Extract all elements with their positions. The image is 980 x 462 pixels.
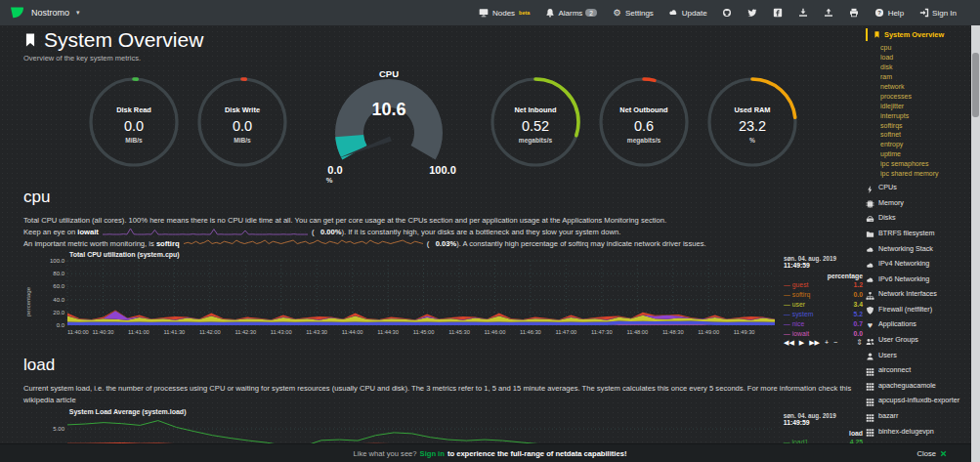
grid-icon (866, 397, 874, 407)
chart-resize-icon[interactable]: ⇕ (856, 338, 863, 347)
softirq-sparkline[interactable] (184, 239, 423, 248)
sidebar-item-firewall-netfilter-[interactable]: Firewall (netfilter) (866, 306, 969, 316)
cloud-icon (866, 245, 874, 256)
close-button[interactable]: Close (917, 449, 947, 458)
sidebar-sub-softnet[interactable]: softnet (880, 130, 969, 140)
disk-read-gauge[interactable]: Disk Read0.0MiB/s (87, 75, 181, 169)
signin-icon (918, 8, 929, 19)
page-scrollbar[interactable]: ▾ (971, 25, 980, 462)
legend-row-system[interactable]: —system5.2 (784, 310, 863, 319)
nav-settings[interactable]: ⚙Settings (612, 8, 654, 19)
nav-print-icon[interactable] (849, 8, 860, 19)
svg-text:11:46:30: 11:46:30 (520, 329, 541, 335)
svg-text:11:48:00: 11:48:00 (626, 329, 648, 335)
svg-text:100.0: 100.0 (50, 258, 65, 264)
sidebar-item-network-interfaces[interactable]: Network Interfaces (866, 290, 969, 301)
sidebar-item-memory[interactable]: Memory (866, 199, 969, 210)
chevron-down-icon[interactable]: ▾ (76, 9, 80, 17)
svg-text:0.0: 0.0 (233, 118, 252, 134)
netdata-logo[interactable] (10, 6, 24, 20)
sidebar-sub-disk[interactable]: disk (880, 63, 969, 72)
svg-text:20.0: 20.0 (53, 310, 64, 315)
iowait-sparkline[interactable] (103, 228, 308, 236)
sidebar-sub-processes[interactable]: processes (880, 92, 969, 102)
sidebar-item-applications[interactable]: ♥Applications (866, 320, 969, 331)
sidebar-item-apacheguacamole[interactable]: apacheguacamole (866, 382, 969, 393)
sidebar-item-user-groups[interactable]: User Groups (866, 336, 969, 347)
svg-text:11:40:00: 11:40:00 (67, 329, 89, 335)
bell-icon (544, 8, 555, 19)
chart-zoom-in-button[interactable]: + (825, 339, 829, 347)
sidebar-sub-cpu[interactable]: cpu (880, 43, 969, 53)
sidebar-sub-load[interactable]: load (880, 53, 969, 63)
chart-zoom-out-button[interactable]: − (833, 339, 837, 347)
legend-row-iowait[interactable]: —iowait0.0 (784, 329, 863, 339)
memory-icon (866, 199, 874, 210)
sidebar-item-btrfs-filesystem[interactable]: BTRFS filesystem (866, 230, 969, 240)
sidebar-item-ipv6-networking[interactable]: IPv6 Networking (866, 275, 969, 286)
nav-sign-in[interactable]: Sign In (918, 8, 957, 19)
disk-icon (866, 214, 874, 225)
sidebar-item-binhex-delugevpn[interactable]: binhex-delugevpn (866, 428, 969, 439)
sidebar-item-bazarr[interactable]: bazarr (866, 412, 969, 423)
sidebar-sub-softirqs[interactable]: softirqs (880, 121, 969, 131)
nav-nodes[interactable]: Nodesbeta (479, 8, 530, 19)
cpu-gauge[interactable]: CPU10.60.0100.0% (304, 66, 474, 184)
shield-icon (866, 306, 874, 316)
svg-text:0.0: 0.0 (124, 118, 144, 134)
nav-twitter-icon[interactable] (747, 8, 758, 19)
sidebar-sub-network[interactable]: network (880, 82, 969, 92)
sidebar-item-disks[interactable]: Disks (866, 214, 969, 225)
nav-download-icon[interactable] (798, 8, 809, 19)
chart-play-button[interactable]: ▶ (799, 339, 804, 347)
sidebar-sub-entropy[interactable]: entropy (880, 140, 969, 149)
sidebar-item-networking-stack[interactable]: Networking Stack (866, 245, 969, 256)
scrollbar-thumb[interactable] (972, 53, 979, 117)
disk-write-gauge[interactable]: Disk Write0.0MiB/s (195, 75, 289, 169)
sidebar-item-ipv4-networking[interactable]: IPv4 Networking (866, 260, 969, 271)
svg-text:10.6: 10.6 (371, 100, 405, 119)
legend-row-softirq[interactable]: —softirq0.0 (784, 290, 863, 300)
nav-update[interactable]: Update (668, 8, 707, 19)
sidebar-sub-ipc-semaphores[interactable]: ipc semaphores (880, 159, 969, 169)
cpu-chart-ylabel: percentage (23, 255, 34, 348)
legend-row-user[interactable]: —user3.4 (784, 300, 863, 310)
close-icon (940, 450, 947, 457)
svg-text:Net Inbound: Net Inbound (514, 105, 557, 114)
cpu-chart[interactable]: percentage Total CPU utilization (system… (23, 255, 863, 348)
sidebar-sub-idlejitter[interactable]: idlejitter (880, 102, 969, 111)
sidebar-sub-ram[interactable]: ram (880, 72, 969, 82)
chart-rewind-button[interactable]: ◀◀ (784, 339, 794, 347)
nav-facebook-icon[interactable] (773, 8, 784, 19)
used-ram-gauge[interactable]: Used RAM23.2% (705, 75, 799, 169)
nav-help[interactable]: ?Help (874, 8, 904, 19)
net-outbound-gauge[interactable]: Net Outbound0.6megabits/s (597, 75, 691, 169)
footer-signin-link[interactable]: Sign in (420, 449, 445, 458)
sidebar-item-cpus[interactable]: CPUs (866, 184, 969, 194)
top-navbar: Nostromo ▾ NodesbetaAlarms2⚙SettingsUpda… (0, 0, 980, 25)
chart-fast-forward-button[interactable]: ▶▶ (809, 339, 820, 347)
sidebar-item-apcupsd-influxdb-exporter[interactable]: apcupsd-influxdb-exporter (866, 397, 969, 407)
svg-text:%: % (749, 137, 755, 144)
legend-row-nice[interactable]: —nice0.7 (784, 319, 863, 329)
gear-icon: ⚙ (612, 8, 622, 19)
legend-row-guest[interactable]: —guest1.2 (784, 280, 863, 290)
net-inbound-gauge[interactable]: Net Inbound0.52megabits/s (489, 75, 582, 169)
svg-text:11:42:00: 11:42:00 (199, 329, 221, 335)
github-icon (722, 8, 733, 19)
user-icon (866, 352, 874, 362)
sidebar-item-users[interactable]: Users (866, 352, 969, 362)
sidebar-sub-uptime[interactable]: uptime (880, 149, 969, 159)
nav-alarms[interactable]: Alarms2 (544, 8, 597, 19)
nav-upload-icon[interactable] (824, 8, 834, 19)
sidebar-sub-interrupts[interactable]: interrupts (880, 111, 969, 121)
sidebar-sub-ipc-shared-memory[interactable]: ipc shared memory (880, 169, 969, 179)
footer-message: Like what you see? (354, 449, 417, 458)
svg-text:Disk Read: Disk Read (116, 105, 151, 114)
sidebar-item-system-overview[interactable]: System Overview (866, 28, 969, 41)
nav-github-icon[interactable] (722, 8, 733, 19)
sidebar-item-airconnect[interactable]: airconnect (866, 366, 969, 377)
svg-text:MiB/s: MiB/s (234, 137, 251, 144)
machine-name-dropdown[interactable]: Nostromo (31, 8, 69, 18)
svg-text:23.2: 23.2 (739, 118, 766, 134)
